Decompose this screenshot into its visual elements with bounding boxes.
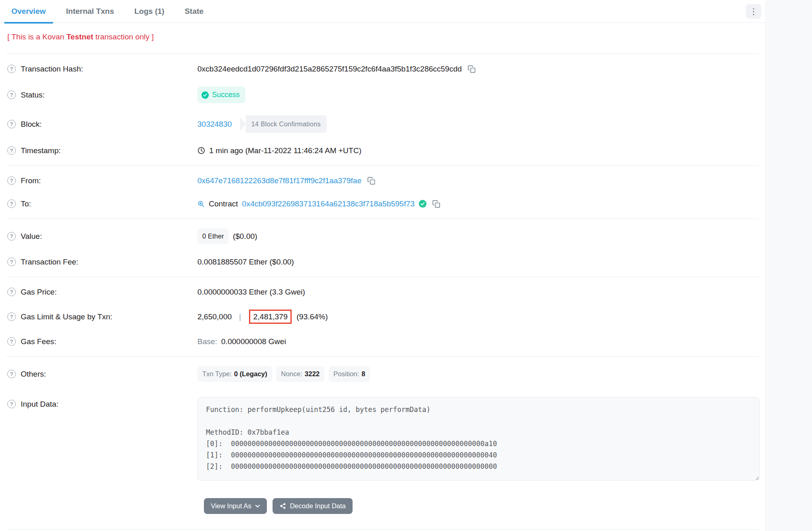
divider xyxy=(6,529,759,530)
from-label: From: xyxy=(21,175,41,186)
others-label: Others: xyxy=(21,368,46,379)
others-row: ? Others: Txn Type: 0 (Legacy) Nonce: 32… xyxy=(6,360,759,388)
timestamp-row: ? Timestamp: 1 min ago (Mar-11-2022 11:4… xyxy=(6,139,759,162)
divider xyxy=(6,277,759,277)
help-icon[interactable]: ? xyxy=(7,120,16,128)
input-data-textarea[interactable]: Function: performUpkeep(uint256 id, byte… xyxy=(197,397,760,481)
decode-icon xyxy=(279,503,286,509)
help-icon[interactable]: ? xyxy=(7,370,16,378)
gas-used-percent: (93.64%) xyxy=(297,311,328,322)
to-contract-prefix: Contract xyxy=(209,198,238,209)
help-icon[interactable]: ? xyxy=(7,176,16,185)
transaction-hash-value: 0xcb324eedcd1d07296fdf3d215a2865275f159c… xyxy=(197,63,462,74)
verified-check-icon xyxy=(419,200,427,208)
tab-state[interactable]: State xyxy=(178,0,211,23)
block-label: Block: xyxy=(21,119,42,130)
gas-price-label: Gas Price: xyxy=(21,286,57,297)
help-icon[interactable]: ? xyxy=(7,337,16,346)
divider xyxy=(6,356,759,357)
gas-limit-label: Gas Limit & Usage by Txn: xyxy=(21,311,113,322)
gas-fees-base-label: Base: xyxy=(197,336,217,347)
gas-used-annotation-box: 2,481,379 xyxy=(249,310,292,324)
transaction-hash-row: ? Transaction Hash: 0xcb324eedcd1d07296f… xyxy=(6,57,759,80)
kebab-icon: ⋮ xyxy=(749,4,758,19)
help-icon[interactable]: ? xyxy=(7,400,16,408)
copy-icon xyxy=(432,200,440,208)
gas-fees-row: ? Gas Fees: Base: 0.000000008 Gwei xyxy=(6,330,759,353)
gas-price-value: 0.0000000033 Ether (3.3 Gwei) xyxy=(197,286,305,297)
status-row: ? Status: Success xyxy=(6,80,759,109)
block-row: ? Block: 30324830 14 Block Confirmations xyxy=(6,109,759,139)
divider xyxy=(6,219,759,219)
copy-from-address-button[interactable] xyxy=(367,177,375,185)
gas-fees-label: Gas Fees: xyxy=(21,336,56,347)
tab-logs[interactable]: Logs (1) xyxy=(127,0,172,23)
from-address-link[interactable]: 0x647e7168122263d8e7f81f17fff9c2f1aa379f… xyxy=(197,175,362,186)
to-label: To: xyxy=(21,198,31,209)
to-address-link[interactable]: 0x4cb093f226983713164a62138c3f718a5b595f… xyxy=(242,198,415,209)
gas-fees-base-value: 0.000000008 Gwei xyxy=(221,336,286,347)
value-row: ? Value: 0 Ether ($0.00) xyxy=(6,222,759,250)
to-row: ? To: Contract 0x4cb093f226983713164a621… xyxy=(6,192,759,215)
divider xyxy=(6,54,759,54)
help-icon[interactable]: ? xyxy=(7,146,16,155)
transaction-hash-label: Transaction Hash: xyxy=(21,63,83,74)
gas-limit-row: ? Gas Limit & Usage by Txn: 2,650,000 | … xyxy=(6,303,759,330)
gas-limit-value: 2,650,000 xyxy=(197,311,232,322)
value-usd: ($0.00) xyxy=(233,231,257,242)
transaction-detail-card: Overview Internal Txns Logs (1) State ⋮ … xyxy=(0,0,766,531)
check-circle-icon xyxy=(201,91,209,99)
help-icon[interactable]: ? xyxy=(7,232,16,241)
help-icon[interactable]: ? xyxy=(7,65,16,73)
position-badge: Position: 8 xyxy=(329,366,370,382)
help-icon[interactable]: ? xyxy=(7,91,16,99)
decode-input-data-button[interactable]: Decode Input Data xyxy=(273,498,353,514)
input-data-actions: View Input As Decode Input Data xyxy=(6,487,759,518)
gas-limit-separator: | xyxy=(236,311,245,322)
confirmations-arrow-icon xyxy=(240,117,246,131)
view-input-as-button[interactable]: View Input As xyxy=(204,498,267,514)
input-data-label: Input Data: xyxy=(21,399,58,410)
nonce-badge: Nonce: 3222 xyxy=(276,366,325,382)
gas-used-value: 2,481,379 xyxy=(253,312,288,321)
copy-icon xyxy=(468,65,476,73)
chevron-down-icon xyxy=(255,505,260,508)
contract-magnifier-icon[interactable] xyxy=(197,200,205,208)
input-data-row: ? Input Data: Function: performUpkeep(ui… xyxy=(6,388,759,487)
clock-icon xyxy=(197,147,205,154)
testnet-warning: [ This is a Kovan Testnet transaction on… xyxy=(7,33,154,41)
help-icon[interactable]: ? xyxy=(7,312,16,321)
status-badge: Success xyxy=(197,87,245,103)
transaction-fee-label: Transaction Fee: xyxy=(21,256,78,267)
copy-to-address-button[interactable] xyxy=(432,200,440,208)
transaction-fee-row: ? Transaction Fee: 0.0081885507 Ether ($… xyxy=(6,250,759,273)
block-number-link[interactable]: 30324830 xyxy=(197,119,232,130)
txn-type-badge: Txn Type: 0 (Legacy) xyxy=(197,366,272,382)
testnet-warning-row: [ This is a Kovan Testnet transaction on… xyxy=(6,23,759,50)
tab-internal-txns[interactable]: Internal Txns xyxy=(59,0,121,23)
gas-price-row: ? Gas Price: 0.0000000033 Ether (3.3 Gwe… xyxy=(6,280,759,303)
more-options-button[interactable]: ⋮ xyxy=(746,4,761,19)
divider xyxy=(6,165,759,166)
tab-bar: Overview Internal Txns Logs (1) State ⋮ xyxy=(0,0,765,23)
timestamp-label: Timestamp: xyxy=(21,145,61,156)
status-label: Status: xyxy=(21,89,45,100)
tab-overview[interactable]: Overview xyxy=(4,0,53,23)
timestamp-value: 1 min ago (Mar-11-2022 11:46:24 AM +UTC) xyxy=(209,145,362,156)
from-row: ? From: 0x647e7168122263d8e7f81f17fff9c2… xyxy=(6,169,759,192)
copy-icon xyxy=(367,177,375,185)
value-label: Value: xyxy=(21,231,42,242)
copy-txhash-button[interactable] xyxy=(468,65,476,73)
value-ether-badge: 0 Ether xyxy=(197,228,229,244)
block-confirmations-badge: 14 Block Confirmations xyxy=(240,115,327,133)
help-icon[interactable]: ? xyxy=(7,288,16,296)
transaction-fee-value: 0.0081885507 Ether ($0.00) xyxy=(197,256,294,267)
help-icon[interactable]: ? xyxy=(7,258,16,266)
help-icon[interactable]: ? xyxy=(7,199,16,208)
